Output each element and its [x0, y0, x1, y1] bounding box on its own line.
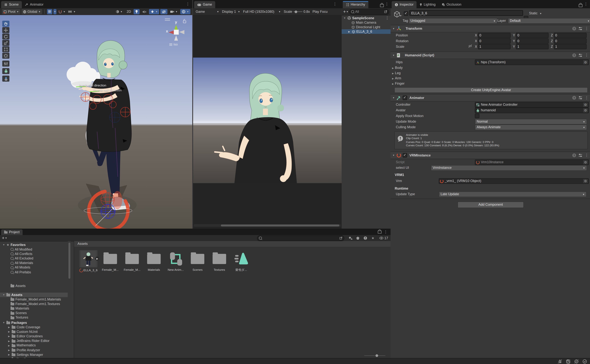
game-hscrollbar[interactable]	[194, 224, 341, 227]
scale-tool-button[interactable]	[2, 40, 9, 46]
animator-header[interactable]: ▼ Animator ? ⋮	[391, 94, 590, 102]
select-ui-dropdown[interactable]: VrmInstance▼	[431, 165, 587, 171]
global-button[interactable]: Global▼	[21, 9, 42, 14]
increment-snap-button[interactable]: ▼	[67, 9, 76, 14]
tab-lighting[interactable]: Lighting	[417, 1, 439, 8]
hierarchy-row-ella[interactable]: ▶ ELLA_3_6	[342, 29, 391, 34]
favorites-item[interactable]: All Conflicts	[0, 252, 71, 256]
move-tool-button[interactable]	[2, 27, 9, 33]
gizmos-button[interactable]: ▼	[180, 9, 190, 14]
rect-tool-button[interactable]	[2, 46, 9, 52]
foldout-body[interactable]: ▶Body	[392, 66, 403, 70]
favorites-item[interactable]: All Excluded	[0, 256, 71, 261]
slider-thumb[interactable]	[375, 354, 378, 357]
lighting-toggle-button[interactable]	[134, 9, 140, 14]
package-item[interactable]: ▶ JetBrains Rider Editor	[0, 339, 71, 343]
orientation-gizmo[interactable]: y x Iso	[165, 18, 187, 47]
transform-tool-button[interactable]	[2, 53, 9, 59]
favorites-item[interactable]: All Models	[0, 266, 71, 270]
help-icon[interactable]: ?	[572, 53, 576, 57]
hierarchy-row-directional-light[interactable]: Directional Light	[342, 25, 391, 29]
constrain-proportions-icon[interactable]	[468, 44, 472, 48]
object-picker-icon[interactable]: ⊙	[583, 103, 588, 107]
project-add-button[interactable]: +▼	[2, 236, 7, 240]
scrollbar-thumb[interactable]	[68, 242, 70, 279]
inspector-lock-icon[interactable]	[579, 3, 582, 7]
shading-mode-button[interactable]: ▼	[114, 9, 124, 14]
hidden-packages-button[interactable]	[362, 235, 368, 241]
hierarchy-add-button[interactable]: +▼	[343, 9, 348, 14]
tab-inspector[interactable]: Inspector	[392, 1, 417, 8]
package-item[interactable]: ▶ Custom NUnit	[0, 330, 71, 334]
effects-button[interactable]: ▼	[149, 9, 159, 14]
active-checkbox[interactable]	[404, 11, 408, 16]
transform-menu-icon[interactable]: ⋮	[585, 27, 588, 30]
asset-item[interactable]: ▶ ELLA_3_6	[79, 250, 98, 275]
grid-snap-button[interactable]	[47, 9, 52, 14]
hand-tool-button[interactable]	[2, 21, 9, 27]
favorites-item[interactable]: All Materials	[0, 261, 71, 265]
animator-menu-icon[interactable]: ⋮	[585, 96, 588, 100]
asset-item[interactable]: ▶ Scenes	[188, 250, 207, 275]
vrminstance-header[interactable]: ▼ VRMInstance ? ⋮	[391, 152, 590, 159]
tab-hierarchy[interactable]: Hierarchy	[343, 1, 368, 8]
rotate-tool-button[interactable]	[2, 33, 9, 39]
cache-server-status-icon[interactable]	[565, 359, 571, 364]
update-type-dropdown[interactable]: Late Update▼	[439, 191, 587, 197]
help-icon[interactable]: ?	[572, 27, 576, 30]
scene-options-icon[interactable]: ⋮	[385, 16, 391, 20]
2d-toggle-button[interactable]: 2D	[125, 9, 132, 14]
position-y-field[interactable]: 0	[516, 33, 549, 38]
foldout-arm[interactable]: ▶Arm	[392, 77, 401, 80]
scene-viewport[interactable]: humb nail direction Thumb nail direction	[0, 15, 192, 229]
asset-item[interactable]: ▶ 愛包ダ...	[231, 250, 251, 275]
asset-item[interactable]: ▶ Materials	[144, 250, 164, 275]
play-focused-dropdown[interactable]: Play Focu	[311, 9, 329, 14]
game-hscrollbar-thumb[interactable]	[221, 225, 339, 227]
rotation-z-field[interactable]: 0	[554, 38, 586, 44]
favorites-item[interactable]: All Modified	[0, 247, 71, 252]
create-avatar-button[interactable]: Create UnityEngine.Avatar	[394, 87, 588, 93]
assets-root[interactable]: ▼ Assets	[0, 292, 71, 297]
asset-item[interactable]: ▶ Female_M...	[100, 250, 120, 275]
debugger-status-icon[interactable]	[557, 359, 563, 364]
hierarchy-row-scene[interactable]: ▼ SampleScene ⋮	[342, 16, 391, 20]
asset-item[interactable]: ▶ New Anim...	[166, 250, 185, 275]
visible-count[interactable]: 17	[377, 235, 390, 241]
hierarchy-menu-icon[interactable]: ⋮	[385, 2, 389, 6]
package-item[interactable]: ▶ Editor Coroutines	[0, 334, 71, 339]
presets-icon[interactable]	[578, 27, 583, 30]
expand-subassets-button[interactable]: ▶	[95, 256, 99, 260]
favorites-root[interactable]: ▼★ Favorites	[0, 242, 71, 247]
magnet-snap-button[interactable]: ▼	[58, 9, 66, 14]
gameobject-icon-caret[interactable]: ▼	[400, 15, 402, 17]
assets-folder-item[interactable]: Textures	[0, 316, 71, 320]
transform-header[interactable]: ▼ Transform ? ⋮	[391, 25, 590, 32]
foldout-arrow[interactable]: ▶	[348, 30, 351, 33]
project-menu-icon[interactable]: ⋮	[384, 230, 387, 234]
presets-icon[interactable]	[578, 96, 583, 100]
project-search-input[interactable]	[257, 235, 344, 241]
presets-icon[interactable]	[578, 153, 583, 157]
resolution-dropdown[interactable]: Full HD (1920x1080)▼	[242, 9, 282, 14]
hierarchy-lock-icon[interactable]	[380, 3, 384, 7]
object-picker-icon[interactable]: ⊙	[583, 160, 588, 164]
layer-dropdown[interactable]: Default▼	[508, 18, 590, 24]
game-viewport[interactable]	[193, 58, 342, 183]
project-lock-icon[interactable]	[378, 231, 381, 234]
projection-toggle[interactable]: Iso	[169, 43, 178, 46]
position-x-field[interactable]: 0	[478, 33, 511, 38]
package-item[interactable]: ▶ Code Coverage	[0, 325, 71, 329]
tab-game[interactable]: Game	[194, 1, 215, 8]
object-picker-icon[interactable]: ⊙	[583, 179, 588, 183]
favorites-assets-item[interactable]: Assets	[0, 284, 71, 288]
scale-x-field[interactable]: 1	[478, 44, 511, 49]
tab-project[interactable]: Project	[1, 229, 23, 235]
view-gizmo-tool-button[interactable]	[2, 76, 9, 82]
name-field[interactable]	[409, 10, 523, 16]
controller-object-field[interactable]: New Animator Controller ⊙	[475, 102, 589, 108]
vrm-menu-icon[interactable]: ⋮	[585, 153, 588, 157]
object-picker-icon[interactable]: ⊙	[583, 60, 588, 64]
hips-object-field[interactable]: hips (Transform) ⊙	[475, 59, 589, 65]
add-component-button[interactable]: Add Component	[458, 202, 524, 208]
